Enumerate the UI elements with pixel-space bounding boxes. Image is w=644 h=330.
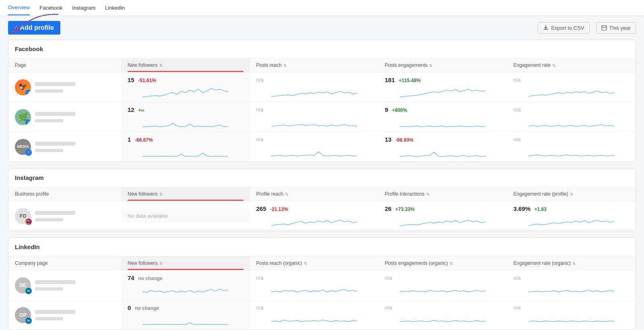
col-page: Page	[8, 58, 121, 72]
col-new-followers-li: New followers ⇅	[121, 256, 250, 270]
posts-engagements-cell: n/a	[378, 301, 507, 329]
profile-name-blur	[35, 142, 75, 146]
sparkline	[128, 313, 244, 326]
instagram-title: Instagram	[8, 169, 636, 187]
col-posts-engagements: Posts engagements ⇅	[378, 58, 507, 72]
instagram-table-header: Business profile New followers ⇅ Profile…	[8, 187, 636, 201]
linkedin-badge: in	[25, 318, 32, 324]
profile-name-blur	[35, 310, 75, 314]
new-followers-cell: 12 +∞	[121, 102, 250, 132]
sparkline	[514, 114, 630, 127]
date-range-button[interactable]: This year	[596, 22, 636, 34]
engagement-rate-cell: n/a	[507, 73, 636, 101]
linkedin-section: LinkedIn Company page New followers ⇅ Po…	[8, 237, 636, 330]
sparkline	[385, 214, 501, 227]
top-navigation: Overview Facebook Instagram LinkedIn	[0, 0, 644, 16]
facebook-table-header: Page New followers ⇅ Posts reach ⇅ Posts…	[8, 58, 636, 72]
new-followers-cell: No data available	[121, 209, 250, 223]
table-row: 🌿 f 12 +∞	[8, 102, 636, 132]
date-label: This year	[609, 25, 631, 31]
sparkline	[256, 114, 372, 127]
new-followers-cell: 74 no change	[121, 270, 250, 300]
facebook-badge: f	[25, 90, 31, 95]
table-row: MEDIA f 1 -66.67%	[8, 132, 636, 161]
sparkline	[514, 312, 630, 325]
export-label: Export to CSV	[551, 25, 584, 31]
avatar: 🦅 f	[15, 79, 31, 95]
col-profile-reach: Profile reach ⇅	[250, 187, 379, 201]
nav-instagram[interactable]: Instagram	[72, 1, 95, 15]
col-profile-interactions: Profile interactions ⇅	[378, 187, 507, 201]
table-row: OP in 0 no change	[8, 300, 636, 330]
posts-engagements-cell: 13 -98.93%	[378, 132, 507, 161]
sparkline	[385, 312, 501, 325]
facebook-section: Facebook Page New followers ⇅ Posts reac…	[8, 39, 636, 162]
posts-reach-cell: n/a	[250, 301, 379, 329]
sparkline	[514, 144, 630, 157]
col-posts-reach: Posts reach ⇅	[250, 58, 379, 72]
profile-sub-blur	[35, 89, 63, 93]
posts-reach-cell: n/a	[250, 103, 379, 131]
sparkline	[385, 283, 501, 295]
engagement-rate-cell: n/a	[507, 132, 636, 161]
col-new-followers: New followers ⇅	[121, 58, 250, 72]
upload-icon	[543, 25, 549, 31]
engagement-rate-cell: n/a	[507, 271, 636, 299]
add-profile-button[interactable]: + Add profile	[8, 21, 60, 35]
nav-facebook[interactable]: Facebook	[39, 1, 62, 15]
posts-reach-cell: n/a	[250, 271, 379, 299]
export-csv-button[interactable]: Export to CSV	[538, 22, 589, 34]
sparkline	[256, 85, 372, 97]
profile-sub-blur	[35, 149, 63, 152]
instagram-badge: 📷	[25, 219, 32, 225]
toolbar-right: Export to CSV This year	[538, 22, 636, 34]
profile-name-blur	[35, 211, 75, 215]
engagement-rate-cell: n/a	[507, 301, 636, 329]
avatar: 🌿 f	[15, 109, 31, 125]
profile-name-blur	[35, 280, 75, 284]
posts-reach-cell: n/a	[250, 132, 379, 161]
linkedin-badge: in	[25, 288, 32, 294]
linkedin-table-header: Company page New followers ⇅ Posts reach…	[8, 256, 636, 270]
table-row: 🦅 f 15 -51.61%	[8, 72, 636, 102]
table-row: DE in 74 no change	[8, 270, 636, 300]
posts-engagements-cell: 181 +115.48%	[378, 72, 507, 102]
profile-cell: 🌿 f	[8, 105, 121, 129]
new-followers-cell: 1 -66.67%	[121, 132, 250, 161]
avatar: OP in	[15, 307, 31, 323]
profile-cell: FO 📷	[8, 204, 121, 228]
sparkline	[128, 283, 244, 296]
facebook-badge: f	[25, 120, 31, 125]
sparkline	[385, 115, 501, 128]
avatar: MEDIA f	[15, 139, 31, 155]
profile-sub-blur	[35, 317, 63, 320]
sparkline	[128, 85, 244, 98]
nav-overview[interactable]: Overview	[8, 0, 30, 15]
col-engagement-rate: Engagement rate ⇅	[507, 58, 636, 72]
col-posts-engagements-li: Posts engagements (organic) ⇅	[378, 256, 507, 270]
nav-linkedin[interactable]: LinkedIn	[105, 1, 125, 15]
col-company: Company page	[8, 256, 121, 270]
sparkline	[514, 214, 630, 227]
profile-cell: OP in	[8, 303, 121, 327]
sparkline	[128, 115, 244, 128]
sparkline	[256, 144, 372, 157]
avatar: FO 📷	[15, 208, 31, 224]
col-posts-reach-li: Posts reach (organic) ⇅	[250, 256, 379, 270]
profile-interactions-cell: 26 +73.33%	[378, 201, 507, 231]
main-content: Facebook Page New followers ⇅ Posts reac…	[0, 39, 644, 330]
sparkline	[385, 144, 501, 157]
sparkline	[256, 283, 372, 295]
col-engagement-rate-ig: Engagement rate (profile) ⇅	[507, 187, 636, 201]
add-profile-label: Add profile	[20, 24, 54, 31]
sparkline	[256, 312, 372, 325]
avatar: DE in	[15, 277, 31, 293]
linkedin-title: LinkedIn	[8, 238, 636, 256]
profile-cell: DE in	[8, 273, 121, 297]
profile-cell: 🦅 f	[8, 75, 121, 99]
sparkline	[256, 214, 372, 227]
posts-engagements-cell: 9 +800%	[378, 102, 507, 132]
new-followers-cell: 15 -51.61%	[121, 72, 250, 102]
posts-reach-cell: n/a	[250, 73, 379, 101]
svg-rect-1	[602, 26, 607, 30]
